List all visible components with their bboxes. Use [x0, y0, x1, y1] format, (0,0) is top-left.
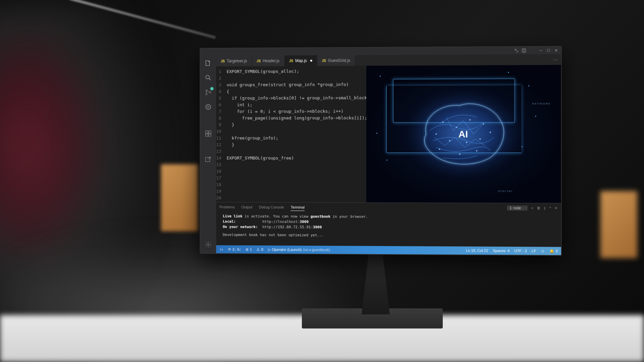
error-icon: ⊘ [246, 247, 249, 251]
terminal-url: http://localhost: [262, 219, 300, 225]
svg-text:AI: AI [459, 129, 468, 139]
status-eol[interactable]: LF [532, 249, 536, 253]
close-button[interactable]: ✕ [553, 48, 558, 53]
svg-point-4 [206, 90, 207, 92]
svg-point-23 [459, 154, 461, 155]
svg-point-6 [209, 92, 211, 93]
settings-gear-icon[interactable] [204, 240, 213, 249]
svg-line-3 [209, 79, 211, 80]
panel-tabs: Problems Output Debug Console Terminal 1… [216, 202, 561, 213]
run-debug-icon[interactable] [204, 102, 213, 112]
terminal-port: 3000 [300, 219, 309, 225]
terminal-text: Development book has not been optimized … [223, 232, 554, 239]
tab-map[interactable]: JS Map.js [284, 55, 317, 66]
maximize-button[interactable]: ☐ [546, 48, 551, 53]
terminal-label: Local: [223, 219, 262, 224]
status-feedback[interactable]: ☺ [541, 249, 544, 253]
svg-point-7 [206, 105, 211, 110]
terminal-text: in your browser. [330, 215, 368, 219]
terminal-output[interactable]: Live link is activate. You can now view … [216, 212, 561, 247]
more-actions-icon[interactable]: ⋯ [553, 57, 557, 62]
kill-terminal-icon[interactable]: 🗑 [537, 206, 540, 210]
remote-icon [219, 247, 223, 251]
svg-point-8 [207, 106, 209, 108]
close-panel-icon[interactable]: ✕ [554, 206, 557, 210]
svg-point-15 [442, 122, 444, 123]
status-bar: ⟳ 2↓ 5↑ ⊘ 1 ⚠ 0 ▷ Operat [216, 245, 561, 255]
svg-rect-10 [209, 131, 211, 133]
terminal-text: Live link [223, 214, 243, 218]
js-file-icon: JS [221, 59, 225, 63]
hud-label-network: NETWORK [532, 102, 551, 105]
svg-rect-11 [206, 134, 208, 136]
tab-label: GuestGrid.js [328, 58, 350, 63]
svg-point-25 [490, 132, 491, 133]
speaker-left [161, 164, 198, 231]
status-errors[interactable]: ⊘ 1 [246, 247, 252, 251]
code-editor[interactable]: 1234567891011121314151617181920 EXPORT_S… [216, 66, 366, 202]
svg-point-22 [439, 148, 440, 150]
source-control-icon[interactable] [204, 88, 213, 97]
status-warnings[interactable]: ⚠ 0 [257, 247, 263, 252]
svg-point-24 [476, 150, 477, 152]
status-remote[interactable] [219, 247, 223, 251]
panel-tab-terminal[interactable]: Terminal [291, 204, 305, 211]
terminal-port: 3000 [313, 225, 322, 230]
minimize-button[interactable]: ─ [539, 48, 543, 53]
split-terminal-icon[interactable]: ⫿ [544, 206, 546, 210]
status-launch[interactable]: ▷ Operator (Launch) (vs:s-guestbook) [268, 247, 330, 252]
monitor-screen: ─ ☐ ✕ [200, 46, 561, 256]
tab-label: Map.js [295, 58, 307, 63]
svg-point-21 [480, 138, 481, 140]
tab-guestgrid[interactable]: JS GuestGrid.js [317, 55, 355, 66]
scm-badge [210, 87, 214, 90]
hud-label-digital: DIGITAL [498, 190, 513, 193]
preview-pane: NETWORK DIGITAL [366, 65, 561, 203]
speaker-right [600, 191, 637, 258]
terminal-url: http://192.80.72.55.91: [262, 225, 313, 230]
status-encoding[interactable]: UTF - 2 [514, 249, 527, 253]
search-icon[interactable] [204, 73, 213, 82]
svg-rect-12 [209, 134, 211, 136]
status-sync[interactable]: ⟳ 2↓ 5↑ [228, 247, 241, 251]
code-content[interactable]: EXPORT_SYMBOL(groups_alloc);void groups_… [225, 66, 367, 202]
terminal-label: On your network: [223, 224, 262, 230]
status-indentation[interactable]: Spaces: 4 [493, 249, 509, 253]
svg-point-18 [483, 123, 484, 125]
maximize-panel-icon[interactable]: ^ [549, 206, 551, 210]
svg-point-17 [469, 119, 471, 121]
bottom-panel: Problems Output Debug Console Terminal 1… [216, 202, 561, 247]
play-icon: ▷ [268, 247, 271, 252]
js-file-icon: JS [257, 59, 261, 63]
bell-icon: 🔔 [549, 249, 554, 253]
editor-tabs: JS Targetver.js JS Header.js JS Map.js [216, 54, 561, 66]
svg-rect-9 [206, 131, 208, 133]
ide-window: ─ ☐ ✕ [200, 47, 561, 255]
svg-point-16 [456, 127, 457, 128]
smiley-icon: ☺ [541, 249, 544, 253]
panel-tab-problems[interactable]: Problems [219, 204, 235, 210]
svg-point-5 [206, 94, 207, 95]
new-terminal-icon[interactable]: + [531, 206, 534, 210]
terminal-text: is activate. You can now view [243, 214, 311, 219]
extensions-icon[interactable] [204, 129, 213, 138]
panel-tab-output[interactable]: Output [241, 204, 253, 210]
open-external-icon[interactable] [514, 48, 519, 53]
tab-header[interactable]: JS Header.js [252, 55, 284, 66]
svg-point-26 [436, 133, 437, 135]
activity-bar [200, 56, 216, 253]
js-file-icon: JS [289, 59, 293, 63]
explorer-icon[interactable] [204, 58, 213, 68]
share-icon[interactable] [204, 156, 213, 165]
tab-label: Header.js [263, 58, 279, 63]
line-number-gutter: 1234567891011121314151617181920 [216, 66, 224, 202]
svg-point-14 [207, 244, 209, 245]
status-notifications[interactable]: 🔔 3 [549, 249, 558, 253]
panel-tab-debug-console[interactable]: Debug Console [259, 204, 284, 210]
js-file-icon: JS [322, 59, 326, 62]
tab-targetver[interactable]: JS Targetver.js [216, 56, 252, 66]
split-editor-icon[interactable] [522, 48, 526, 53]
svg-point-2 [206, 75, 210, 79]
status-cursor-pos[interactable]: Ln 18, Col 22 [466, 248, 488, 252]
terminal-selector[interactable]: 1: node [507, 205, 528, 210]
